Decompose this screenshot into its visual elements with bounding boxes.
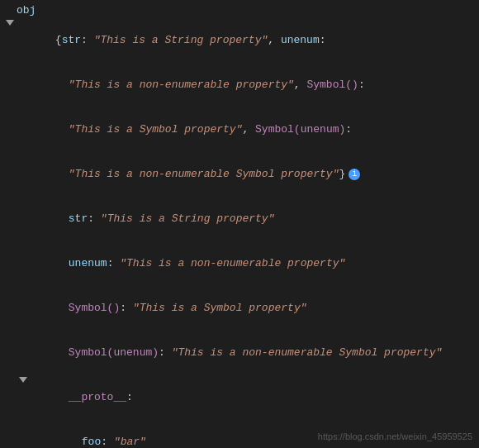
str-prop-line: str: "This is a String property" [0, 197, 479, 241]
info-icon[interactable]: i [349, 169, 360, 180]
proto1-content: __proto__: [30, 375, 476, 420]
symbol-prop-content: Symbol(): "This is a Symbol property" [30, 286, 476, 331]
unenum-prop-line: unenum: "This is a non-enumerable proper… [0, 241, 479, 286]
str-prop-content: str: "This is a String property" [30, 197, 476, 241]
obj-line2: "This is a non-enumerable property", Sym… [0, 63, 479, 107]
watermark: https://blog.csdn.net/weixin_45959525 [318, 431, 472, 441]
obj-open-line[interactable]: {str: "This is a String property", unenu… [0, 18, 479, 63]
obj-line4: "This is a non-enumerable Symbol propert… [0, 152, 479, 197]
proto1-line[interactable]: __proto__: [0, 375, 479, 420]
proto1-arrow-down[interactable] [17, 375, 30, 383]
root-label-line: obj [0, 3, 479, 18]
symbol-prop-line: Symbol(): "This is a Symbol property" [0, 286, 479, 331]
symbol-unenum-prop-line: Symbol(unenum): "This is a non-enumerabl… [0, 331, 479, 375]
console-panel: obj {str: "This is a String property", u… [0, 0, 479, 448]
root-obj-label: obj [17, 3, 36, 18]
obj-line3-content: "This is a Symbol property", Symbol(unen… [30, 107, 476, 152]
obj-open-content: {str: "This is a String property", unenu… [17, 18, 476, 63]
obj-arrow-down[interactable] [3, 18, 17, 26]
unenum-prop-content: unenum: "This is a non-enumerable proper… [30, 241, 476, 286]
symbol-unenum-prop-content: Symbol(unenum): "This is a non-enumerabl… [30, 331, 476, 375]
obj-line2-content: "This is a non-enumerable property", Sym… [30, 63, 476, 107]
obj-line3: "This is a Symbol property", Symbol(unen… [0, 107, 479, 152]
obj-line4-content: "This is a non-enumerable Symbol propert… [30, 152, 476, 197]
